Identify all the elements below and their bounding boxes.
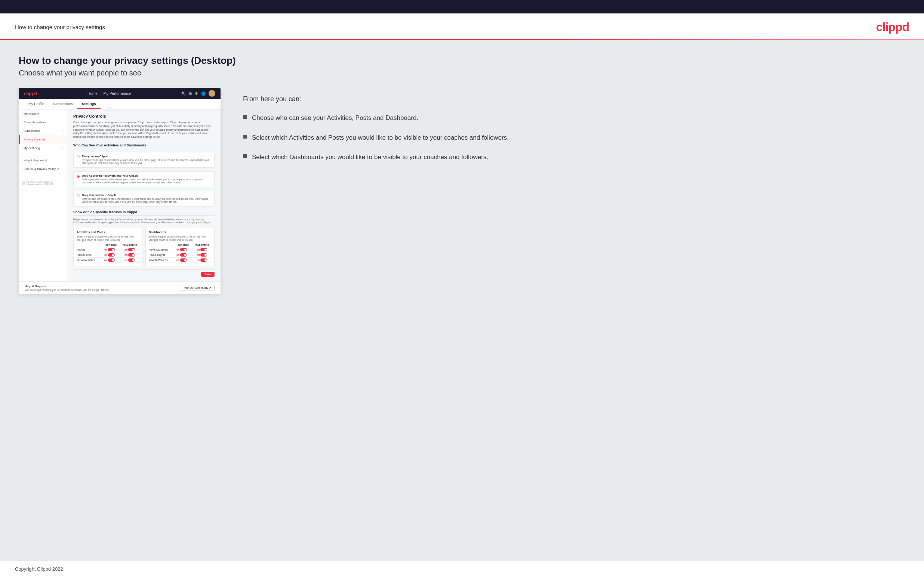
sidebar-item-data-integrations[interactable]: Data Integrations › <box>19 118 67 127</box>
tab-connections[interactable]: Connections <box>48 99 78 109</box>
dashboards-table-header: COACHES FOLLOWERS <box>149 244 211 246</box>
radio-everyone-desc: Everyone on Clippd can search for you an… <box>82 159 211 165</box>
top-bar <box>0 0 924 13</box>
header-title: How to change your privacy settings <box>15 24 105 30</box>
search-icon[interactable]: 🔍 <box>181 92 186 96</box>
page-heading: How to change your privacy settings (Des… <box>19 55 905 66</box>
work-on-coaches-toggle-wrapper: ON <box>172 258 191 262</box>
player-followers-toggle-wrapper: ON <box>192 248 211 251</box>
tab-settings[interactable]: Settings <box>78 99 100 109</box>
sidebar-version: Clippd Client Version: 2022.8.2SQL Serve… <box>19 177 67 189</box>
followers-header: FOLLOWERS <box>120 244 139 246</box>
footer: Copyright Clippd 2022 <box>0 561 924 577</box>
manual-followers-toggle-wrapper: ON <box>120 258 139 262</box>
sidebar-account-label: My Account <box>24 112 39 115</box>
activities-row-rounds: Rounds ON ON <box>77 247 139 253</box>
insights-coaches-on: ON <box>176 254 179 256</box>
radio-only-you-content: Only You and Your Coach Only you and the… <box>82 193 211 204</box>
work-on-followers-toggle[interactable] <box>200 258 207 262</box>
sidebar-item-privacy-controls[interactable]: Privacy Controls › <box>19 135 67 144</box>
radio-approved-label: Only Approved Followers and Your Coach <box>82 174 211 177</box>
insights-coaches-toggle[interactable] <box>180 253 187 256</box>
tab-my-profile[interactable]: My Profile <box>24 99 48 109</box>
radio-only-you-label: Only You and Your Coach <box>82 193 211 197</box>
insights-coaches-toggle-wrapper: ON <box>172 253 191 256</box>
bullet-item-1: Choose who can see your Activities, Post… <box>243 114 905 123</box>
player-followers-on: ON <box>197 249 200 251</box>
radio-only-you[interactable]: Only You and Your Coach Only you and the… <box>73 191 215 206</box>
rounds-label: Rounds <box>77 248 100 251</box>
radio-everyone-content: Everyone on Clippd Everyone on Clippd ca… <box>82 155 211 165</box>
nav-link-performance[interactable]: My Performance <box>103 92 131 96</box>
work-on-coaches-toggle[interactable] <box>180 258 187 262</box>
bullet-list: Choose who can see your Activities, Post… <box>243 114 905 162</box>
d-coaches-header: COACHES <box>174 244 192 246</box>
sidebar-item-account[interactable]: My Account › <box>19 110 67 118</box>
work-on-toggles: ON ON <box>172 258 211 262</box>
grid-icon[interactable]: ⊞ <box>189 92 192 96</box>
rounds-coaches-toggle-wrapper: ON <box>100 248 119 251</box>
avatar[interactable] <box>208 90 215 97</box>
drills-coaches-toggle-wrapper: ON <box>100 253 119 256</box>
bullet-text-3: Select which Dashboards you would like t… <box>252 153 488 162</box>
manual-followers-toggle[interactable] <box>128 258 135 262</box>
activities-card-title: Activities and Posts <box>77 230 139 234</box>
app-nav-links: Home My Performance <box>87 92 131 96</box>
drills-followers-toggle-wrapper: ON <box>120 253 139 256</box>
coaches-header: COACHES <box>102 244 120 246</box>
sidebar-item-policy[interactable]: Service & Privacy Policy ↗ <box>19 165 67 173</box>
drills-coaches-toggle[interactable] <box>108 253 115 256</box>
drills-toggles: ON ON <box>100 253 139 256</box>
help-left: Help & Support Visit our Clippd communit… <box>25 285 109 291</box>
radio-approved-content: Only Approved Followers and Your Coach O… <box>82 174 211 184</box>
sidebar-privacy-label: Privacy Controls <box>24 138 45 141</box>
info-panel: From here you can: Choose who can see yo… <box>236 88 905 162</box>
manual-coaches-toggle[interactable] <box>108 258 115 262</box>
rounds-followers-toggle[interactable] <box>128 248 135 251</box>
insights-toggles: ON ON <box>172 253 211 256</box>
radio-circle-approved <box>77 175 80 178</box>
manual-coaches-on: ON <box>104 259 107 261</box>
radio-approved[interactable]: Only Approved Followers and Your Coach O… <box>73 171 215 187</box>
settings-main: Privacy Controls Control how you and you… <box>67 110 221 281</box>
save-button[interactable]: Save <box>201 272 215 277</box>
settings-sidebar: My Account › Data Integrations › Subscri… <box>19 110 67 281</box>
player-toggles: ON ON <box>172 248 211 251</box>
drills-label: Practice Drills <box>77 253 100 256</box>
nav-link-home[interactable]: Home <box>87 92 98 96</box>
sidebar-item-golf-bag[interactable]: My Golf Bag › <box>19 144 67 152</box>
rounds-followers-toggle-wrapper: ON <box>120 248 139 251</box>
insights-followers-toggle[interactable] <box>200 253 207 256</box>
main-content: How to change your privacy settings (Des… <box>0 40 924 561</box>
radio-everyone[interactable]: Everyone on Clippd Everyone on Clippd ca… <box>73 152 215 168</box>
work-on-label: What To Work On <box>149 259 172 261</box>
manual-followers-on: ON <box>124 259 128 261</box>
work-on-followers-on: ON <box>197 259 200 261</box>
player-coaches-toggle[interactable] <box>180 248 187 251</box>
dashboards-row-work-on: What To Work On ON ON <box>149 258 211 263</box>
drills-followers-toggle[interactable] <box>128 253 135 256</box>
sidebar-item-help[interactable]: Help & Support ↗ <box>19 156 67 165</box>
privacy-controls-title: Privacy Controls <box>73 114 215 118</box>
player-dashboard-label: Player Dashboard <box>149 248 172 251</box>
radio-approved-desc: Only approved followers and coaches you … <box>82 178 211 184</box>
settings-icon[interactable]: ⚙ <box>195 92 198 96</box>
activities-row-drills: Practice Drills ON ON <box>77 253 139 258</box>
activities-card: Activities and Posts Select the types of… <box>73 227 142 266</box>
globe-icon[interactable]: 🌐 <box>201 92 205 96</box>
drills-followers-on: ON <box>124 254 128 256</box>
player-followers-toggle[interactable] <box>200 248 207 251</box>
screenshot-mock: clippd Home My Performance 🔍 ⊞ ⚙ 🌐 My Pr… <box>19 88 221 294</box>
visit-community-button[interactable]: Visit Our Community ↗ <box>181 285 215 291</box>
bullet-square-2 <box>243 135 247 139</box>
settings-layout: My Account › Data Integrations › Subscri… <box>19 110 221 281</box>
bullet-text-1: Choose who can see your Activities, Post… <box>252 114 418 123</box>
logo: clippd <box>876 20 909 34</box>
activities-table-header: COACHES FOLLOWERS <box>77 244 139 246</box>
rounds-coaches-toggle[interactable] <box>108 248 115 251</box>
content-row: clippd Home My Performance 🔍 ⊞ ⚙ 🌐 My Pr… <box>19 88 905 294</box>
sidebar-item-subscription[interactable]: Subscription › <box>19 127 67 135</box>
dashboards-row-player: Player Dashboard ON ON <box>149 247 211 253</box>
who-can-see-title: Who Can See Your Activities and Dashboar… <box>73 143 215 149</box>
bullet-square-3 <box>243 154 247 158</box>
